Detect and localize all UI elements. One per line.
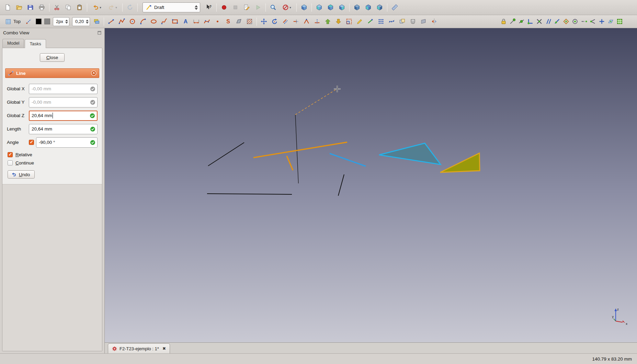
snap-intersection-button[interactable] <box>535 17 544 26</box>
continue-checkbox[interactable] <box>8 160 13 166</box>
snap-endpoint-button[interactable] <box>508 17 517 26</box>
snap-parallel-button[interactable] <box>544 17 553 26</box>
undo-segment-button[interactable]: Undo <box>8 170 35 179</box>
draft-rectangle-button[interactable] <box>170 16 180 26</box>
draft-bezier-button[interactable] <box>202 16 212 26</box>
view-left-button[interactable] <box>374 2 385 13</box>
spinner-arrows-icon[interactable] <box>65 20 68 24</box>
toggle-grid-button[interactable] <box>615 17 624 26</box>
view-right-button[interactable] <box>337 2 347 13</box>
tab-tasks[interactable]: Tasks <box>25 39 46 48</box>
global-x-input[interactable]: -0,00 mm <box>29 84 98 94</box>
tab-model[interactable]: Model <box>2 39 24 48</box>
task-header[interactable]: Line <box>5 68 99 78</box>
spinner-arrows-icon[interactable] <box>86 20 89 24</box>
save-document-button[interactable] <box>25 2 36 13</box>
draft-join-button[interactable] <box>302 16 311 26</box>
draft-split-button[interactable] <box>312 16 322 26</box>
sketch-line-black-1[interactable] <box>208 143 244 166</box>
face-color-swatch[interactable] <box>44 19 50 24</box>
snap-center-button[interactable] <box>570 17 579 26</box>
draft-shapestring-button[interactable]: S <box>223 16 233 26</box>
draft-shape2dview-button[interactable] <box>419 16 429 26</box>
view-axonometric-button[interactable] <box>299 2 309 13</box>
view-rear-button[interactable] <box>352 2 362 13</box>
working-plane-button[interactable]: Top <box>2 16 24 26</box>
draft-polyline-button[interactable] <box>117 16 127 26</box>
draft-subelement-button[interactable] <box>365 16 375 26</box>
sketch-preview-dashed-line[interactable] <box>295 89 337 115</box>
autogroup-button[interactable] <box>92 16 102 26</box>
3d-viewport[interactable]: z y x <box>105 28 637 342</box>
paste-button[interactable] <box>74 2 85 13</box>
sketch-line-black-horizontal[interactable] <box>207 194 292 194</box>
snap-working-plane-button[interactable] <box>606 17 615 26</box>
macro-edit-button[interactable] <box>241 2 252 13</box>
draft-patharray-button[interactable] <box>387 16 397 26</box>
draft-text-button[interactable]: A <box>181 16 191 26</box>
sketch-triangle-olive[interactable] <box>440 153 480 172</box>
sketch-line-blue[interactable] <box>330 153 366 166</box>
snap-near-button[interactable] <box>553 17 561 26</box>
close-task-button[interactable]: Close <box>40 53 65 62</box>
sketch-line-black-vertical[interactable] <box>295 115 298 183</box>
redo-button[interactable]: ▾ <box>105 2 120 13</box>
angle-lock-checkbox[interactable] <box>29 140 34 145</box>
draft-array-button[interactable] <box>376 16 386 26</box>
snap-extension-button[interactable] <box>579 17 588 26</box>
draft-arc-button[interactable] <box>138 16 148 26</box>
snap-angle-button[interactable] <box>588 17 597 26</box>
draft-offset-button[interactable] <box>280 16 290 26</box>
snap-ortho-button[interactable] <box>597 17 606 26</box>
zoom-fit-all-button[interactable] <box>268 2 278 13</box>
copy-button[interactable] <box>63 2 73 13</box>
view-bottom-button[interactable] <box>363 2 374 13</box>
line-color-swatch[interactable] <box>36 19 42 24</box>
snap-lock-button[interactable] <box>499 17 508 26</box>
print-button[interactable] <box>36 2 47 13</box>
global-z-input[interactable]: 20,64 mm <box>29 111 98 121</box>
macro-stop-button[interactable] <box>230 2 241 13</box>
document-tab[interactable]: F2-T23-ejemplo : 1* ✖ <box>108 343 170 353</box>
draft-rotate-button[interactable] <box>270 16 280 26</box>
macro-record-button[interactable] <box>219 2 229 13</box>
draft-mirror-button[interactable] <box>429 16 439 26</box>
sketch-line-orange-short[interactable] <box>287 156 293 170</box>
undo-button[interactable]: ▾ <box>89 2 104 13</box>
close-tab-icon[interactable]: ✖ <box>162 346 166 351</box>
draft-bspline-button[interactable] <box>159 16 169 26</box>
draft-clone-button[interactable] <box>397 16 407 26</box>
global-y-input[interactable]: -0,00 mm <box>29 97 98 107</box>
draft-move-button[interactable] <box>259 16 269 26</box>
collapse-task-icon[interactable] <box>91 70 96 76</box>
draft-hatch-button[interactable] <box>244 16 254 26</box>
draft-upgrade-button[interactable] <box>323 16 333 26</box>
sketch-triangle-cyan[interactable] <box>379 143 441 164</box>
draw-style-button[interactable]: ▾ <box>279 2 294 13</box>
open-document-button[interactable] <box>14 2 24 13</box>
draft-facebinder-button[interactable] <box>234 16 244 26</box>
text-scale-spinbox[interactable]: 0,20 <box>72 17 90 26</box>
sketch-line-black-2[interactable] <box>338 174 344 196</box>
draft-ellipse-button[interactable] <box>149 16 159 26</box>
draft-to-sketch-button[interactable] <box>408 16 418 26</box>
draft-downgrade-button[interactable] <box>333 16 343 26</box>
cut-button[interactable] <box>52 2 62 13</box>
draft-edit-button[interactable] <box>355 16 365 26</box>
length-input[interactable]: 20,64 mm <box>29 124 98 134</box>
refresh-button[interactable] <box>125 2 135 13</box>
draft-circle-button[interactable] <box>127 16 137 26</box>
snap-perpendicular-button[interactable] <box>526 17 535 26</box>
new-document-button[interactable] <box>2 2 13 13</box>
construction-mode-button[interactable] <box>24 16 34 26</box>
whatsthis-button[interactable]: ? <box>204 2 214 13</box>
relative-checkbox[interactable] <box>8 152 13 157</box>
angle-input[interactable]: -90,00 ° <box>36 137 98 148</box>
macro-play-button[interactable] <box>253 2 263 13</box>
draft-dimension-button[interactable] <box>191 16 201 26</box>
line-width-spinbox[interactable]: 2px <box>53 17 69 26</box>
view-front-button[interactable] <box>314 2 325 13</box>
draft-point-button[interactable] <box>213 16 223 26</box>
snap-midpoint-button[interactable] <box>517 17 526 26</box>
workbench-selector[interactable]: Draft <box>143 2 200 12</box>
